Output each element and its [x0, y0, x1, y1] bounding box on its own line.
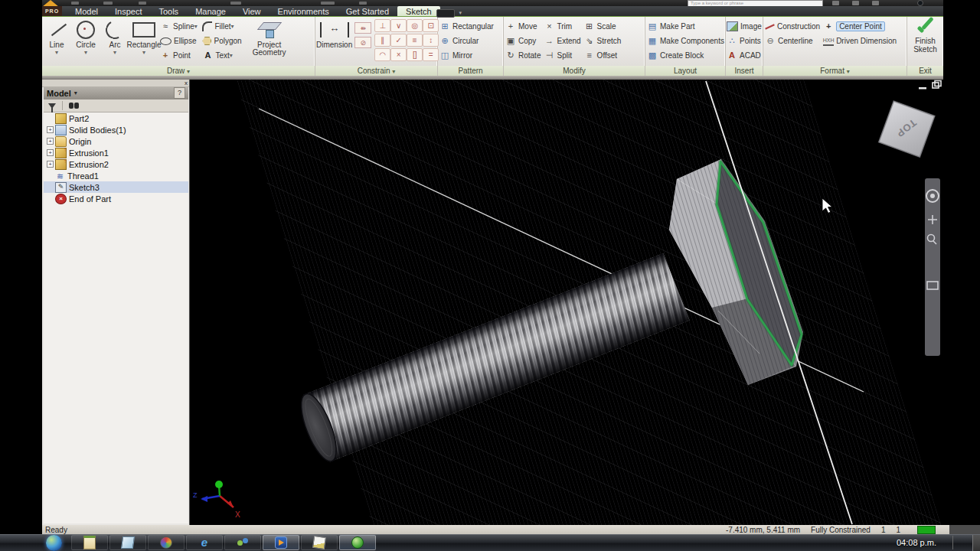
tree-expander-icon[interactable]: +: [47, 126, 54, 133]
qat-color-icon[interactable]: [359, 2, 367, 5]
draw-big-button[interactable]: Rectangle ▾: [130, 18, 158, 64]
taskbar-button[interactable]: [224, 535, 261, 550]
panel-label-constrain[interactable]: Constrain ▾: [315, 66, 437, 76]
constraint-button[interactable]: ◎: [407, 19, 423, 32]
screencast-icon[interactable]: [436, 9, 455, 18]
qat-update-icon[interactable]: [230, 2, 241, 5]
modify-button[interactable]: ⇘ Stretch: [584, 34, 622, 48]
taskbar-button[interactable]: [186, 535, 223, 550]
draw-big-button[interactable]: Arc ▾: [101, 18, 129, 64]
tray-icon[interactable]: [748, 537, 756, 546]
ribbon-tab[interactable]: View: [234, 6, 270, 16]
tree-item[interactable]: + Sketch3: [44, 181, 188, 193]
constraint-button[interactable]: =: [423, 48, 439, 61]
ribbon-tab[interactable]: Manage: [187, 6, 234, 16]
panel-label-pattern[interactable]: Pattern: [438, 66, 503, 76]
exchange-icon[interactable]: [852, 1, 859, 5]
panel-label-draw[interactable]: Draw ▾: [42, 66, 315, 76]
tray-icon[interactable]: [794, 537, 802, 546]
tray-icon[interactable]: [805, 537, 814, 546]
sign-in-icon[interactable]: [832, 1, 839, 5]
taskbar-button[interactable]: [301, 535, 338, 550]
browser-header[interactable]: Model ▾ ?: [44, 86, 188, 99]
draw-small-button[interactable]: Fillet ▾: [202, 19, 244, 34]
format-button[interactable]: Center Point: [823, 19, 897, 34]
draw-big-button[interactable]: Line ▾: [43, 18, 70, 64]
insert-button[interactable]: Image: [727, 19, 762, 34]
taskbar-button[interactable]: [339, 535, 376, 550]
modify-button[interactable]: ▣ Copy: [505, 34, 541, 48]
tray-icon[interactable]: [760, 537, 768, 546]
taskbar-button[interactable]: [148, 535, 185, 550]
ribbon-tab[interactable]: Sketch: [397, 6, 440, 16]
panel-label-modify[interactable]: Modify: [504, 66, 645, 76]
pattern-button[interactable]: ⊞ Rectangular: [439, 19, 494, 34]
constrain-aux-button[interactable]: ⇻: [354, 22, 371, 34]
browser-close-icon[interactable]: x: [185, 80, 188, 86]
constraint-button[interactable]: ↕: [423, 34, 439, 47]
ribbon-tab[interactable]: Get Started: [338, 6, 397, 16]
tree-item[interactable]: + Part2: [44, 112, 188, 124]
tree-item[interactable]: + End of Part: [44, 193, 188, 204]
modify-button[interactable]: × Trim: [544, 19, 580, 34]
tray-icon[interactable]: [771, 537, 779, 546]
tray-icon[interactable]: [782, 537, 791, 546]
qat-material-icon[interactable]: [321, 2, 335, 5]
mail-icon[interactable]: [872, 1, 879, 5]
tree-item[interactable]: + Solid Bodies(1): [44, 124, 188, 135]
filter-icon[interactable]: [48, 103, 56, 109]
draw-small-button[interactable]: Polygon ▾: [202, 34, 244, 48]
qat-redo-icon[interactable]: [139, 2, 146, 5]
constrain-aux-button[interactable]: ⊘: [354, 37, 371, 48]
panel-label-insert[interactable]: Insert: [726, 66, 763, 76]
tray-icon[interactable]: [737, 537, 745, 546]
dimension-button[interactable]: Dimension: [316, 18, 352, 64]
constraint-button[interactable]: ≡: [407, 34, 423, 47]
project-geometry-button[interactable]: Project Geometry: [247, 18, 292, 64]
draw-small-button[interactable]: Point ▾: [160, 48, 199, 63]
format-button[interactable]: Driven Dimension: [823, 34, 897, 48]
show-desktop-button[interactable]: [972, 535, 980, 551]
draw-big-button[interactable]: Circle ▾: [72, 18, 100, 64]
format-button[interactable]: Centerline: [765, 34, 820, 48]
start-button[interactable]: [46, 535, 62, 551]
constraint-button[interactable]: ✓: [390, 34, 407, 47]
graphics-viewport[interactable]: X Z TOP: [190, 80, 943, 525]
ribbon-tab[interactable]: Model: [67, 6, 106, 16]
layout-button[interactable]: ▦ Make Components: [647, 34, 724, 48]
panel-label-exit[interactable]: Exit: [907, 66, 943, 76]
modify-button[interactable]: ⊣ Split: [544, 48, 580, 63]
constraint-button[interactable]: ◠: [374, 48, 390, 61]
qat-save-icon[interactable]: [71, 2, 79, 5]
modify-button[interactable]: → Extend: [544, 34, 580, 48]
tree-expander-icon[interactable]: +: [47, 149, 54, 156]
ribbon-tab[interactable]: Inspect: [106, 6, 150, 16]
taskbar-button[interactable]: [71, 535, 108, 550]
browser-help-icon[interactable]: ?: [174, 87, 185, 99]
tree-expander-icon[interactable]: +: [47, 161, 54, 168]
help-icon[interactable]: [917, 0, 923, 6]
modify-button[interactable]: ↻ Rotate: [505, 48, 541, 63]
constraint-button[interactable]: ×: [390, 48, 407, 61]
modify-button[interactable]: ≡ Offset: [584, 48, 622, 63]
constraint-button[interactable]: ∥: [374, 34, 390, 47]
panel-label-layout[interactable]: Layout: [645, 66, 725, 76]
finish-sketch-button[interactable]: FinishSketch: [907, 20, 943, 54]
draw-small-button[interactable]: Text ▾: [202, 48, 244, 63]
constraint-button[interactable]: ⊡: [423, 19, 439, 32]
taskbar-clock[interactable]: 04:08 p.m.: [884, 534, 949, 551]
panel-label-format[interactable]: Format ▾: [763, 66, 906, 76]
constraint-button[interactable]: ⊥: [374, 19, 390, 32]
tray-icon[interactable]: [817, 537, 825, 546]
constraint-button[interactable]: []: [407, 48, 423, 61]
taskbar-button[interactable]: [263, 535, 299, 550]
ribbon-tab[interactable]: Tools: [150, 6, 187, 16]
layout-button[interactable]: ▤ Make Part: [647, 19, 724, 34]
ribbon-tab[interactable]: Environments: [270, 6, 338, 16]
taskbar-button[interactable]: [109, 535, 146, 550]
qat-undo-icon[interactable]: [103, 2, 113, 5]
modify-button[interactable]: + Move: [505, 19, 541, 34]
insert-button[interactable]: ACAD: [727, 48, 762, 63]
tree-item[interactable]: + Extrusion2: [44, 158, 188, 170]
tray-icon[interactable]: [828, 537, 837, 546]
